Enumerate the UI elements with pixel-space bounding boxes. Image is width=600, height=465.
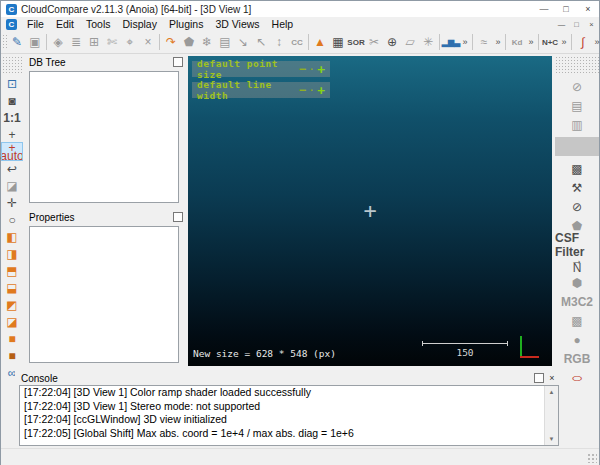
clone-icon[interactable]: ↷: [162, 33, 180, 51]
viewport-3d-canvas[interactable]: default point size − · + default line wi…: [188, 56, 552, 366]
mdi-minimize-button[interactable]: —: [554, 18, 569, 30]
view-iso-front-icon[interactable]: ■: [2, 330, 22, 347]
db-tree-content[interactable]: [29, 71, 179, 203]
compute-normals-icon[interactable]: → N: [555, 254, 599, 273]
sor-filter-icon[interactable]: SOR: [347, 33, 365, 51]
point-size-decrease-button[interactable]: −: [299, 62, 306, 76]
segment-icon[interactable]: ✄: [103, 33, 121, 51]
pan-view-icon[interactable]: ✛: [2, 194, 22, 211]
toolbar-extension-button[interactable]: »: [526, 33, 536, 51]
view-back-icon[interactable]: ⬓: [2, 279, 22, 296]
y-axis-icon: [520, 336, 522, 356]
cc-compare-icon[interactable]: CC: [288, 33, 306, 51]
mute-colors-icon[interactable]: ⊘: [555, 77, 599, 96]
s-curve-icon[interactable]: ∫: [574, 33, 592, 51]
line-width-decrease-button[interactable]: −: [299, 83, 306, 97]
console-scrollbar[interactable]: ▲ ▼: [544, 386, 558, 445]
transform-icon[interactable]: ◈: [49, 33, 67, 51]
properties-panel: Properties: [23, 209, 187, 369]
view-iso-back-icon[interactable]: ■: [2, 347, 22, 364]
noise-filter-icon[interactable]: ▦: [329, 33, 347, 51]
pivot-arrow-icon[interactable]: ↩: [2, 160, 22, 177]
menu-edit[interactable]: Edit: [50, 17, 80, 31]
apply-transformation-icon[interactable]: ⊞: [85, 33, 103, 51]
properties-content[interactable]: [29, 226, 179, 363]
x-axis-icon: [520, 356, 539, 358]
facets-icon[interactable]: ●: [555, 330, 599, 349]
menu-bar: C File Edit Tools Display Plugins 3D Vie…: [1, 17, 599, 31]
curvature-icon[interactable]: ≈: [475, 33, 493, 51]
view-top-icon[interactable]: ◧: [2, 228, 22, 245]
save-icon[interactable]: ▣: [26, 33, 44, 51]
menu-display[interactable]: Display: [117, 17, 163, 31]
toolbar-extension-button[interactable]: »: [460, 33, 470, 51]
snowflake-icon[interactable]: ❄: [198, 33, 216, 51]
separator: [439, 34, 440, 50]
translate-rotate-icon[interactable]: ⊕: [383, 33, 401, 51]
zoom-fit-all-icon[interactable]: ↕: [270, 33, 288, 51]
float-panel-icon[interactable]: [173, 212, 183, 222]
hpr-icon[interactable]: ⬢: [555, 273, 599, 292]
auto-pick-center-icon[interactable]: + auto: [2, 143, 22, 160]
menu-file[interactable]: File: [21, 17, 50, 31]
circle-slash-icon[interactable]: ⊘: [555, 197, 599, 216]
m3c2-icon[interactable]: M3C2: [555, 292, 599, 311]
dock-drag-handle: [2, 56, 22, 73]
delete-icon[interactable]: ×: [139, 33, 157, 51]
perspective-cube-icon[interactable]: ◪: [2, 177, 22, 194]
display-options-icon[interactable]: ⊡: [2, 75, 22, 92]
csf-filter-button[interactable]: CSF Filter: [555, 235, 599, 254]
menu-help[interactable]: Help: [266, 17, 300, 31]
mdi-restore-button[interactable]: □: [569, 18, 584, 30]
shield-filter-icon[interactable]: ⬟: [180, 33, 198, 51]
polyline-trace-icon[interactable]: ✳: [419, 33, 437, 51]
rgb-rock-icon[interactable]: RGB: [555, 349, 599, 368]
scroll-down-icon[interactable]: ▼: [549, 433, 555, 445]
float-panel-icon[interactable]: [534, 373, 544, 383]
minimize-button[interactable]: —: [533, 2, 555, 16]
view-front-icon[interactable]: ◨: [2, 245, 22, 262]
resize-grip[interactable]: [587, 453, 597, 463]
normals-plus-color-icon[interactable]: N+C: [541, 33, 559, 51]
kd-tree-icon[interactable]: Kd: [508, 33, 526, 51]
console-close-icon[interactable]: ×: [547, 373, 557, 383]
clean-broom-icon[interactable]: ⚒: [555, 178, 599, 197]
zoom-magnifier-icon[interactable]: ○: [2, 211, 22, 228]
cone-sample-icon[interactable]: ▲: [311, 33, 329, 51]
console-header: Console ×: [15, 370, 561, 385]
maximize-button[interactable]: □: [555, 2, 577, 16]
contour-plot-icon[interactable]: ▥: [555, 115, 599, 134]
console-panel: Console × [17:22:04] [3D View 1] Color r…: [15, 370, 561, 448]
menu-3d-views[interactable]: 3D Views: [209, 17, 265, 31]
zoom-fit-icon[interactable]: ↘: [234, 33, 252, 51]
view-left-icon[interactable]: ⬒: [2, 262, 22, 279]
menu-plugins[interactable]: Plugins: [163, 17, 209, 31]
float-panel-icon[interactable]: [173, 57, 183, 67]
toolbar-extension-button[interactable]: »: [592, 33, 600, 51]
scroll-up-icon[interactable]: ▲: [549, 386, 555, 398]
point-size-increase-button[interactable]: +: [317, 62, 325, 77]
scissors-icon[interactable]: ✂: [365, 33, 383, 51]
box-clip-icon[interactable]: ▱: [401, 33, 419, 51]
menu-tools[interactable]: Tools: [80, 17, 117, 31]
view-bottom-icon[interactable]: ◪: [2, 313, 22, 330]
line-width-increase-button[interactable]: +: [317, 83, 325, 98]
properties-list-icon[interactable]: ≣: [67, 33, 85, 51]
texture-icon[interactable]: ▩: [555, 311, 599, 330]
animation-icon[interactable]: ▩: [555, 159, 599, 178]
mdi-close-button[interactable]: ×: [584, 18, 599, 30]
view-right-icon[interactable]: ◩: [2, 296, 22, 313]
open-icon[interactable]: ✎: [8, 33, 26, 51]
zoom-1-1-icon[interactable]: 1:1: [2, 109, 22, 126]
point-picking-icon[interactable]: ⌖: [121, 33, 139, 51]
histogram-icon[interactable]: ▂▆▃: [442, 33, 460, 51]
status-bar: [1, 448, 599, 465]
toolbar-extension-button[interactable]: »: [559, 33, 569, 51]
zoom-fit-selection-icon[interactable]: ↖: [252, 33, 270, 51]
toolbar-extension-button[interactable]: »: [493, 33, 503, 51]
rasterize-icon[interactable]: ▤: [555, 96, 599, 115]
close-button[interactable]: ×: [577, 2, 599, 16]
camera-icon[interactable]: ◙: [2, 92, 22, 109]
screenshot-icon[interactable]: ▤: [216, 33, 234, 51]
console-log-line: [17:22:04] [3D View 1] Color ramp shader…: [20, 386, 545, 400]
